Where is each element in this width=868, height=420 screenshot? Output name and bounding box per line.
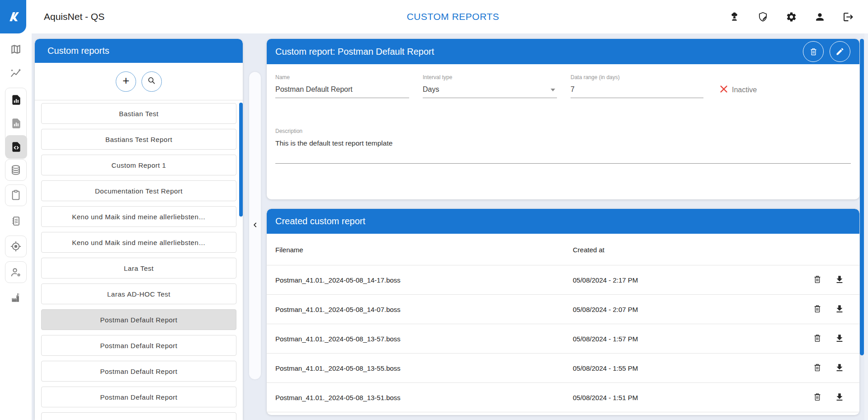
- filename-cell: Postman_41.01._2024-05-08_13-57.boss: [275, 335, 401, 343]
- created-reports-card: Created custom report Filename Created a…: [267, 209, 859, 415]
- database-icon[interactable]: [5, 159, 27, 181]
- account-icon[interactable]: [814, 11, 826, 23]
- search-icon: [147, 76, 156, 87]
- interval-type-select[interactable]: Interval type Days: [423, 74, 557, 98]
- detail-title: Custom report: Postman Default Report: [267, 47, 434, 57]
- custom-reports-title: Custom reports: [47, 46, 109, 56]
- data-range-label: Data range (in days): [571, 74, 703, 80]
- filename-cell: Postman_41.01._2024-05-08_14-07.boss: [275, 306, 401, 313]
- custom-reports-panel: Custom reports + Bastian Test Bastians T…: [35, 39, 243, 420]
- chevron-down-icon: [551, 89, 555, 91]
- analytics-icon[interactable]: [10, 68, 22, 80]
- list-scrollbar[interactable]: [239, 103, 243, 217]
- table-row: Postman_41.01._2024-05-08_13-55.boss 05/…: [267, 354, 859, 383]
- target-icon[interactable]: [5, 236, 27, 257]
- page-scrollbar-track[interactable]: [864, 33, 868, 420]
- topbar-icon-group: [728, 0, 854, 33]
- table-row: Postman_41.01._2024-05-08_13-51.boss 05/…: [267, 383, 859, 412]
- detail-card-header: Custom report: Postman Default Report: [267, 39, 859, 64]
- emissions-icon[interactable]: [728, 11, 740, 23]
- app-title: AquisNet - QS: [44, 0, 104, 33]
- delete-file-icon[interactable]: [812, 304, 823, 315]
- filename-column-header: Filename: [275, 245, 303, 253]
- download-file-icon[interactable]: [835, 333, 845, 344]
- name-label: Name: [275, 74, 409, 80]
- list-item[interactable]: Keno und Maik sind meine allerliebsten…: [41, 206, 236, 227]
- status-badge: Inactive: [732, 86, 757, 94]
- created-at-cell: 05/08/2024 - 1:57 PM: [573, 335, 638, 343]
- custom-reports-panel-header: Custom reports: [35, 39, 243, 63]
- report-chart-light-icon[interactable]: [5, 112, 27, 135]
- castle-icon[interactable]: [10, 292, 22, 304]
- created-at-cell: 05/08/2024 - 2:07 PM: [573, 306, 638, 313]
- download-file-icon[interactable]: [835, 363, 845, 373]
- filename-cell: Postman_41.01._2024-05-08_13-51.boss: [275, 394, 401, 401]
- filename-cell: Postman_41.01._2024-05-08_13-55.boss: [275, 364, 401, 372]
- reports-icon-group: [5, 88, 27, 158]
- list-item[interactable]: Bastian Test: [41, 103, 236, 124]
- report-chart-dark-icon[interactable]: [5, 88, 27, 112]
- interval-type-label: Interval type: [423, 74, 557, 80]
- list-item[interactable]: Bastians Test Report: [41, 129, 236, 150]
- delete-file-icon[interactable]: [812, 333, 823, 344]
- list-item-selected[interactable]: Postman Default Report: [41, 309, 236, 330]
- detail-actions: [803, 41, 850, 62]
- aquisnet-logo-icon: [0, 0, 26, 33]
- data-range-value: 7: [571, 85, 703, 98]
- list-item[interactable]: Custom Report 1: [41, 155, 236, 175]
- list-item[interactable]: Documentation Test Report: [41, 180, 236, 201]
- name-value: Postman Default Report: [275, 85, 409, 98]
- delete-file-icon[interactable]: [812, 363, 823, 373]
- report-list: Bastian Test Bastians Test Report Custom…: [35, 100, 243, 420]
- reports-toolbar: +: [35, 63, 243, 100]
- search-reports-button[interactable]: [142, 71, 162, 92]
- edit-report-button[interactable]: [830, 41, 850, 62]
- add-report-button[interactable]: +: [116, 71, 136, 92]
- report-code-icon[interactable]: [5, 135, 27, 159]
- page-title: CUSTOM REPORTS: [407, 0, 500, 33]
- collapse-panel-button[interactable]: [249, 72, 261, 379]
- shield-edit-icon[interactable]: [757, 11, 769, 23]
- top-bar: AquisNet - QS CUSTOM REPORTS: [0, 0, 868, 33]
- plus-icon: +: [123, 74, 129, 88]
- left-nav-rail: [0, 33, 32, 420]
- delete-file-icon[interactable]: [812, 274, 823, 285]
- created-at-cell: 05/08/2024 - 2:17 PM: [573, 276, 638, 284]
- delete-report-button[interactable]: [803, 41, 824, 62]
- status-row: Inactive: [719, 84, 757, 96]
- list-item[interactable]: Lara Test: [41, 258, 236, 278]
- data-range-field[interactable]: Data range (in days) 7: [571, 74, 703, 98]
- download-file-icon[interactable]: [835, 304, 845, 315]
- list-item[interactable]: Postman Default Report: [41, 335, 236, 356]
- table-row: Postman_41.01._2024-05-08_14-17.boss 05/…: [267, 265, 859, 295]
- user-settings-icon[interactable]: [5, 261, 27, 283]
- logout-icon[interactable]: [842, 11, 854, 23]
- inactive-x-icon: [719, 84, 729, 96]
- name-field[interactable]: Name Postman Default Report: [275, 74, 409, 98]
- clipboard-icon[interactable]: [5, 184, 27, 206]
- description-field[interactable]: Description This is the default test rep…: [275, 128, 851, 164]
- map-icon[interactable]: [10, 43, 22, 55]
- list-item[interactable]: Postman Default Report: [41, 387, 236, 407]
- page-scrollbar-thumb[interactable]: [860, 39, 864, 355]
- list-item-partial[interactable]: [41, 412, 236, 420]
- list-item[interactable]: Postman Default Report: [41, 361, 236, 382]
- custom-report-detail-card: Custom report: Postman Default Report Na…: [267, 39, 859, 199]
- filename-cell: Postman_41.01._2024-05-08_14-17.boss: [275, 276, 401, 284]
- created-reports-title: Created custom report: [275, 216, 365, 227]
- created-reports-header: Created custom report: [267, 209, 859, 234]
- created-at-cell: 05/08/2024 - 1:55 PM: [573, 364, 638, 372]
- description-label: Description: [275, 128, 851, 134]
- settings-icon[interactable]: [785, 11, 797, 23]
- delete-file-icon[interactable]: [812, 392, 823, 403]
- created-at-column-header: Created at: [573, 245, 604, 253]
- list-item[interactable]: Laras AD-HOC Test: [41, 283, 236, 304]
- description-value: This is the default test report template: [275, 139, 851, 147]
- created-at-cell: 05/08/2024 - 1:51 PM: [573, 394, 638, 401]
- download-file-icon[interactable]: [835, 392, 845, 403]
- list-item[interactable]: Keno und Maik sind meine allerliebsten…: [41, 232, 236, 253]
- download-file-icon[interactable]: [835, 274, 845, 285]
- interval-type-value: Days: [423, 85, 439, 93]
- table-header-row: Filename Created at: [267, 234, 859, 265]
- receipt-icon[interactable]: [10, 215, 22, 227]
